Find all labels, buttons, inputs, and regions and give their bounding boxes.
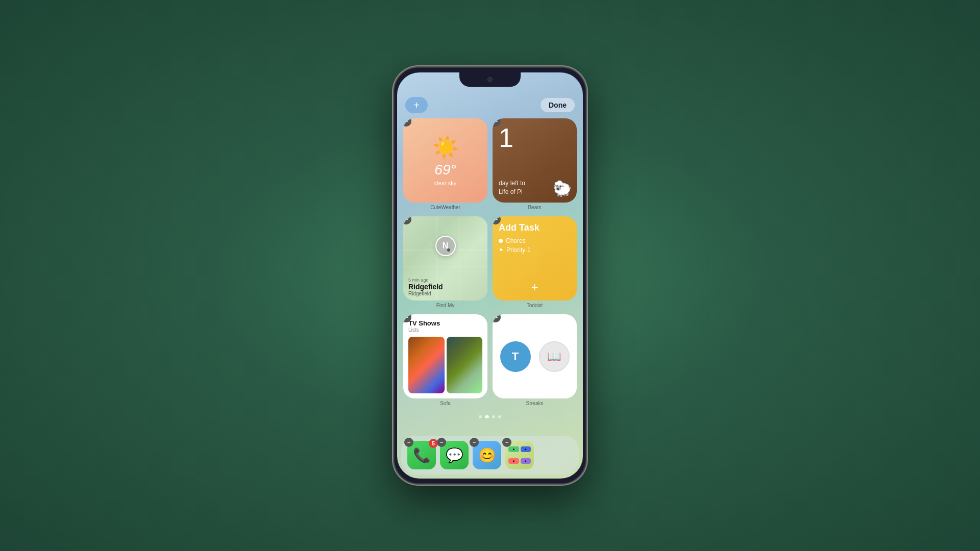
folder-icon-3: ▪ (508, 458, 519, 464)
remove-messages-button[interactable]: − (437, 438, 446, 447)
todoist-add-icon[interactable]: + (531, 280, 538, 294)
todoist-add-task-label: Add Task (499, 222, 571, 233)
page-dot-1[interactable] (479, 415, 482, 418)
bears-content: 1 day left to Life of Pi 🐑 (493, 118, 577, 203)
bears-text-line2: Life of Pi (499, 188, 523, 195)
todoist-task2: Priority 1 (506, 246, 530, 254)
notch (459, 72, 521, 87)
remove-phone-button[interactable]: − (404, 438, 413, 447)
phone-icon: 📞 (413, 447, 431, 464)
streaks-widget[interactable]: − T 📖 (493, 314, 577, 398)
remove-waze-button[interactable]: − (470, 438, 479, 447)
messages-icon: 💬 (446, 447, 463, 464)
avatar-pin: N (435, 236, 456, 256)
phone-screen: + Done − ☀️ 69° clear sky CuteWeather (397, 72, 583, 479)
waze-icon: 😊 (478, 447, 496, 464)
sofa-container: − TV Shows Lists Sofa (403, 314, 487, 407)
remove-folder-button[interactable]: − (502, 438, 511, 447)
todoist-task1-item: Chores (499, 237, 571, 244)
cuteweather-label: CuteWeather (403, 205, 487, 210)
streak-book-circle: 📖 (539, 341, 570, 372)
page-dot-3[interactable] (492, 415, 495, 418)
streaks-content: T 📖 (493, 314, 577, 398)
streaks-label: Streaks (493, 400, 577, 406)
screen-content: + Done − ☀️ 69° clear sky CuteWeather (397, 72, 583, 436)
sofa-section-title: TV Shows (408, 319, 482, 327)
todoist-dot-icon (499, 239, 503, 243)
bears-container: − 1 day left to Life of Pi 🐑 Bears (493, 118, 577, 211)
show-image-2 (447, 337, 483, 393)
todoist-content: Add Task Chores ⚑ Priority 1 + (493, 216, 577, 300)
folder-icon-1: ▪ (508, 446, 519, 452)
phone-frame: + Done − ☀️ 69° clear sky CuteWeather (393, 66, 587, 485)
findmy-location: Ridgefield (408, 283, 482, 291)
widget-row-1: − ☀️ 69° clear sky CuteWeather − (403, 118, 577, 211)
dock-app-phone[interactable]: − 5 📞 (407, 441, 436, 469)
page-dot-2[interactable] (485, 415, 489, 418)
folder-icon-2: ▪ (521, 446, 531, 452)
todoist-task2-item: ⚑ Priority 1 (499, 246, 571, 254)
done-button[interactable]: Done (541, 98, 575, 112)
bears-number: 1 (499, 124, 571, 151)
findmy-overlay: 5 min ago Ridgefield Ridgefield (403, 273, 487, 300)
findmy-sublocation: Ridgefield (408, 291, 482, 296)
sky-condition: clear sky (434, 180, 456, 186)
show-image-1 (408, 337, 445, 393)
todoist-widget[interactable]: − Add Task Chores ⚑ Priority 1 + (493, 216, 577, 300)
dock-app-messages[interactable]: − 💬 (440, 441, 469, 469)
sofa-label: Sofa (403, 400, 487, 406)
sofa-content: TV Shows Lists (403, 314, 487, 398)
cuteweather-container: − ☀️ 69° clear sky CuteWeather (403, 118, 487, 211)
todoist-container: − Add Task Chores ⚑ Priority 1 + (493, 216, 577, 309)
dock-app-folder[interactable]: − ▪ ▪ ▪ ▪ (505, 441, 534, 469)
findmy-widget[interactable]: − N (403, 216, 487, 300)
weather-content: ☀️ 69° clear sky (403, 118, 487, 203)
folder-icon-4: ▪ (521, 458, 531, 464)
widget-row-2: − N (403, 216, 577, 309)
todoist-flag-icon: ⚑ (499, 247, 503, 253)
camera-dot (487, 77, 493, 82)
todoist-task1: Chores (506, 237, 526, 244)
page-dots (403, 415, 577, 418)
dock-app-waze[interactable]: − 😊 (473, 441, 501, 469)
findmy-container: − N (403, 216, 487, 309)
sofa-images (408, 337, 482, 393)
sofa-widget[interactable]: − TV Shows Lists (403, 314, 487, 398)
findmy-time: 5 min ago (408, 278, 482, 283)
dock: − 5 📞 − 💬 − 😊 − ▪ ▪ ▪ ▪ (401, 436, 579, 474)
cuteweather-widget[interactable]: − ☀️ 69° clear sky (403, 118, 487, 203)
findmy-label: Find My (403, 303, 487, 308)
todoist-label: Todoist (493, 303, 577, 308)
location-dot (447, 248, 450, 252)
bears-figure-icon: 🐑 (553, 180, 572, 197)
streak-t-circle: T (500, 341, 531, 372)
bears-text-line1: day left to (499, 180, 525, 187)
temperature: 69° (434, 162, 456, 178)
bears-label: Bears (493, 205, 577, 210)
add-widget-button[interactable]: + (405, 97, 428, 113)
book-icon: 📖 (547, 350, 561, 363)
widget-row-3: − TV Shows Lists Sofa (403, 314, 577, 407)
page-dot-4[interactable] (498, 415, 501, 418)
streaks-container: − T 📖 Streaks (493, 314, 577, 407)
sun-icon: ☀️ (432, 135, 459, 160)
top-bar: + Done (403, 93, 577, 118)
bears-widget[interactable]: − 1 day left to Life of Pi 🐑 (493, 118, 577, 203)
sofa-section-subtitle: Lists (408, 327, 482, 333)
